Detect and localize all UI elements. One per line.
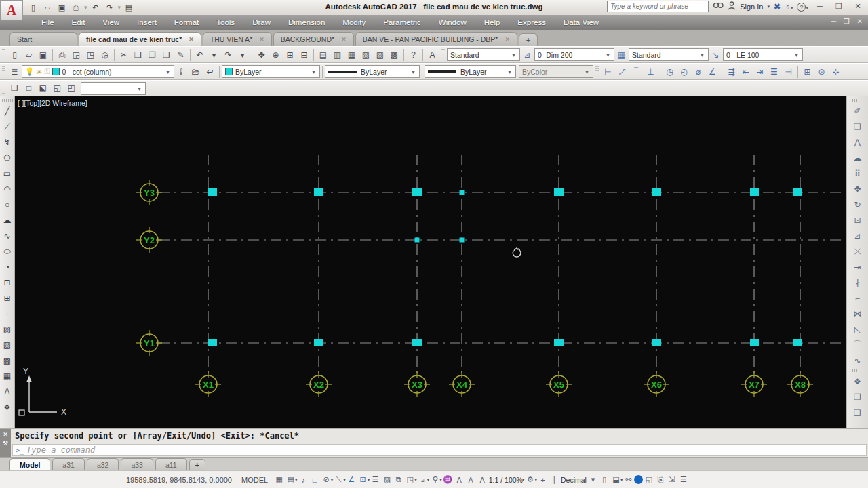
extend-icon[interactable]: ⇥ [851,259,865,274]
command-input-row[interactable]: >_ Type a command [12,444,867,456]
pan-icon[interactable]: ✥ [254,48,269,62]
new-file-icon[interactable]: ▯ [27,2,39,13]
file-tab[interactable]: Start [9,32,77,46]
file-tab[interactable]: THU VIEN A*✕ [203,32,272,46]
layout-tab-a31[interactable]: a31 [52,458,85,470]
open-icon[interactable]: ▱ [22,48,36,62]
qnew-icon[interactable]: ▯ [7,48,22,62]
make-block-icon[interactable]: ⊞ [1,290,14,306]
menu-edit[interactable]: Edit [63,15,94,30]
document-window-buttons[interactable]: ─ ❐ ✕ [831,18,865,25]
3ddwf-icon[interactable]: ◶ [98,48,112,62]
menu-tools[interactable]: Tools [208,15,243,30]
help-search-box[interactable] [607,1,709,12]
redo-icon[interactable]: ↷ [104,2,116,13]
search-icon[interactable] [713,1,724,12]
toolbar-grip[interactable] [2,49,5,60]
join-icon[interactable]: ⋈ [851,306,865,321]
save-icon[interactable]: ▣ [56,2,68,13]
menu-help[interactable]: Help [475,15,509,30]
clip-viewport-icon[interactable]: ◰ [64,81,79,95]
new-layout-button[interactable]: + [189,459,205,470]
arc-length-icon[interactable]: ⌒ [629,65,644,79]
drawing-canvas[interactable]: [-][Top][2D Wireframe] Y3Y2Y1X1X2X3X4X5X… [15,96,846,428]
save-as-icon[interactable]: ▤ [123,2,135,13]
zoom-realtime-icon[interactable]: ⊕ [269,48,283,62]
stretch-icon[interactable]: ⊿ [851,228,865,243]
erase-icon[interactable]: ✐ [851,103,865,119]
layer-states-icon[interactable]: 🗁 [189,65,203,79]
zoom-window-icon[interactable]: ⊞ [283,48,297,62]
chamfer-icon[interactable]: ◺ [851,321,865,337]
layer-thaw-icon[interactable]: ☀ [36,68,42,76]
dim-style-dropdown[interactable]: 0 -Dim 200▾ [534,48,614,61]
redo-icon[interactable]: ↷ [221,48,235,62]
open-file-icon[interactable]: ▱ [41,2,54,13]
arc-icon[interactable]: ◠ [1,181,14,197]
menu-view[interactable]: View [94,15,128,30]
export-icon[interactable]: ⎘ [654,474,666,486]
menu-file[interactable]: File [33,15,63,30]
menu-data-view[interactable]: Data View [555,15,608,30]
quick-dim-icon[interactable]: ⇶ [724,65,738,79]
fullscreen-icon[interactable]: ⇲ [666,474,677,486]
diameter-dim-icon[interactable]: ⌀ [691,65,705,79]
tool-palettes-icon[interactable]: ▦ [344,48,359,62]
dim-edit-icon[interactable]: ⊹ [829,65,843,79]
save-icon[interactable]: ▣ [36,48,50,62]
ordinate-dim-icon[interactable]: ⊥ [644,65,658,79]
help-icon[interactable]: ? [406,48,420,62]
gizmo-icon[interactable]: ♒ [442,474,454,486]
file-tab[interactable]: BACKGROUND*✕ [273,32,354,46]
linear-dim-icon[interactable]: ⊢ [601,65,615,79]
lineweight-dropdown[interactable]: ByLayer▾ [425,65,516,78]
dim-break-icon[interactable]: ⊣ [781,65,795,79]
lineweight-icon[interactable]: ☰ [370,474,381,486]
offset-icon[interactable]: ☁ [851,150,865,165]
baseline-dim-icon[interactable]: ⇤ [738,65,753,79]
command-input[interactable]: Type a command [26,445,95,455]
cut-icon[interactable]: ✂ [117,48,131,62]
ortho-icon[interactable]: ∟ [309,474,321,486]
move-icon[interactable]: ✥ [851,181,865,197]
sheet-set-icon[interactable]: ▧ [359,48,373,62]
ellipse-arc-icon[interactable]: ◔ [1,259,14,274]
single-viewport-icon[interactable]: □ [22,81,36,95]
break-icon[interactable]: ⌐ [851,290,865,306]
jogged-dim-icon[interactable]: ◴ [677,65,691,79]
annotation-scale-a-icon[interactable]: Λ [477,474,488,486]
transparency-icon[interactable]: ▨ [381,474,393,486]
undo-icon[interactable]: ↶ [193,48,207,62]
paste-icon[interactable]: ❐ [145,48,159,62]
undo-caret[interactable]: ▾ [207,48,221,62]
model-space-label[interactable]: MODEL [241,476,268,484]
layer-lock-icon[interactable]: ⚿ [45,67,50,76]
multiline-text-icon[interactable]: A [1,384,14,399]
menu-insert[interactable]: Insert [128,15,165,30]
restore-button[interactable]: ❐ [831,1,846,12]
revcloud-icon[interactable]: ☁ [1,212,14,228]
graphics-performance-icon[interactable] [634,475,643,484]
file-tab[interactable]: BAN VE - PAN PACIFIC BUILDING - DBP*✕ [355,32,517,46]
annotation-visibility-icon[interactable]: Λ [454,474,465,486]
osnap-tracking-icon[interactable]: ∠ [346,474,357,486]
scale-icon[interactable]: ⊡ [851,212,865,228]
exchange-apps-icon[interactable]: ✖ [774,2,781,12]
hatch-icon[interactable]: ▨ [1,321,14,337]
break-point-icon[interactable]: ∤ [851,274,865,290]
text-style-dropdown[interactable]: Standard▾ [447,48,520,61]
match-properties-icon[interactable]: ✎ [174,48,188,62]
point-icon[interactable]: · [1,306,14,321]
command-close-icon[interactable]: ✕ [3,431,8,438]
line-icon[interactable]: ╱ [1,103,14,119]
text-style-icon[interactable]: A [425,48,439,62]
close-button[interactable]: ✕ [850,1,865,12]
layer-dropdown[interactable]: 💡 ☀ ⚿ 0 - cot (column)▾ [22,65,174,78]
quickcalc-icon[interactable]: ▩ [387,48,401,62]
tab-close-icon[interactable]: ✕ [259,36,264,43]
menu-format[interactable]: Format [165,15,208,30]
mleader-style-dropdown[interactable]: 0 - LE 100▾ [723,48,803,61]
quick-properties-icon[interactable]: ▯ [599,474,610,486]
continue-dim-icon[interactable]: ⇥ [753,65,767,79]
layer-color-swatch[interactable] [52,68,60,75]
